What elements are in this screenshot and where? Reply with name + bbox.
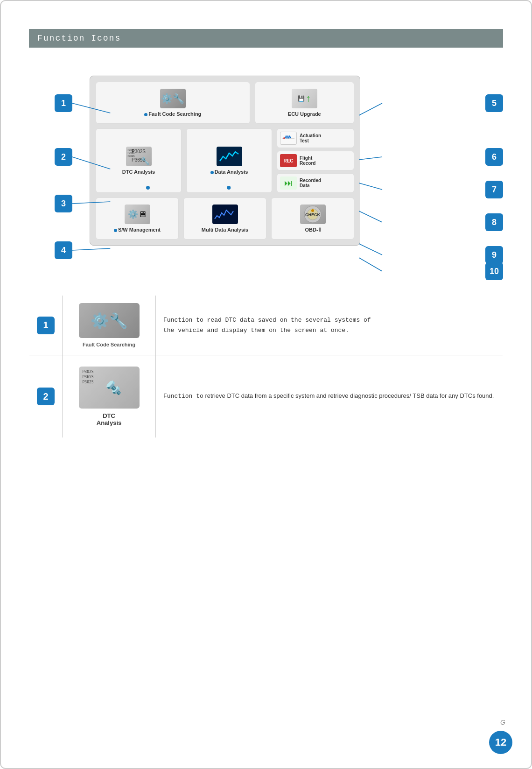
multi-data-label: Multi Data Analysis — [202, 226, 248, 233]
recorded-data-label: RecordedData — [300, 178, 321, 188]
ecu-upgrade-label: ECU Upgrade — [288, 111, 321, 117]
flight-record-label: FlightRecord — [300, 155, 315, 166]
badge-6: 6 — [485, 148, 503, 166]
dtc-analysis-label: DTC Analysis — [122, 169, 155, 175]
svg-point-5 — [311, 209, 314, 212]
g-marker: G — [500, 719, 505, 726]
flight-record-cell: REC FlightRecord — [277, 151, 354, 170]
fault-code-table-label: Fault Code Searching — [70, 342, 148, 347]
dtc-table-label: DTCAnalysis — [70, 412, 148, 426]
function-table: 1 ⚙️🔧 Fault Code Searching Function to r… — [29, 295, 503, 438]
table-desc-1: Function to read DTC data saved on the s… — [156, 296, 503, 355]
table-badge-2: 2 — [37, 388, 55, 405]
badge-10: 10 — [485, 262, 503, 280]
badge-9: 9 — [485, 246, 503, 264]
badge-4: 4 — [55, 241, 72, 259]
svg-line-12 — [359, 183, 382, 190]
data-analysis-label: Data Analysis — [215, 169, 248, 175]
svg-point-1 — [283, 137, 285, 139]
obd-label: OBD-Ⅱ — [305, 226, 320, 233]
recorded-data-cell: ⏭ RecordedData — [277, 173, 354, 193]
badge-5: 5 — [485, 94, 503, 112]
function-diagram: 1 2 3 4 5 6 7 8 9 10 ⚙️🔧 Fault Code Sear… — [29, 66, 503, 281]
sw-management-cell: ⚙️🖥 S/W Management — [96, 198, 179, 240]
table-row-1: 1 ⚙️🔧 Fault Code Searching Function to r… — [29, 296, 503, 355]
fault-code-cell: ⚙️🔧 Fault Code Searching — [96, 82, 250, 124]
badge-2: 2 — [55, 148, 72, 166]
badge-1: 1 — [55, 94, 72, 112]
ecu-upgrade-cell: 💾 ↑ ECU Upgrade — [255, 82, 354, 124]
svg-line-13 — [359, 211, 382, 222]
desc-2-prefix: Function to — [163, 393, 203, 400]
table-row-2: 2 P302SP365SP302S 🔩 DTCAnalysis Function… — [29, 355, 503, 438]
table-desc-2: Function to retrieve DTC data from a spe… — [156, 355, 503, 438]
table-icon-2-cell: P302SP365SP302S 🔩 DTCAnalysis — [63, 355, 156, 438]
svg-line-14 — [359, 244, 382, 255]
table-icon-1-cell: ⚙️🔧 Fault Code Searching — [63, 296, 156, 355]
page-number: 12 — [489, 731, 512, 754]
actuation-test-cell: ActuationTest — [277, 128, 354, 148]
section-title: Function Icons — [37, 34, 121, 43]
multi-data-cell: Multi Data Analysis — [183, 198, 266, 240]
data-analysis-cell: Data Analysis — [186, 128, 272, 193]
section-header: Function Icons — [29, 29, 503, 48]
desc-1-text: Function to read DTC data saved on the s… — [163, 317, 371, 334]
dtc-table-icon: P302SP365SP302S 🔩 — [79, 367, 140, 409]
actuation-test-label: ActuationTest — [300, 133, 321, 143]
sw-management-label: S/W Management — [118, 227, 161, 233]
svg-line-15 — [359, 258, 382, 271]
obd-cell: CHECK OBD-Ⅱ — [271, 198, 354, 240]
badge-3: 3 — [55, 195, 72, 212]
svg-line-10 — [359, 103, 382, 115]
badge-7: 7 — [485, 181, 503, 198]
svg-line-11 — [359, 157, 382, 160]
desc-2-normal: retrieve DTC data from a specific system… — [203, 392, 494, 399]
svg-text:CHECK: CHECK — [305, 212, 321, 217]
fault-code-label: Fault Code Searching — [148, 111, 201, 117]
fault-code-table-icon: ⚙️🔧 — [79, 303, 140, 338]
dtc-analysis-cell: P302SP365SP302S 🔩 DTC Analysis — [96, 128, 182, 193]
table-badge-1: 1 — [37, 317, 55, 334]
badge-8: 8 — [485, 213, 503, 231]
svg-line-9 — [72, 248, 111, 250]
